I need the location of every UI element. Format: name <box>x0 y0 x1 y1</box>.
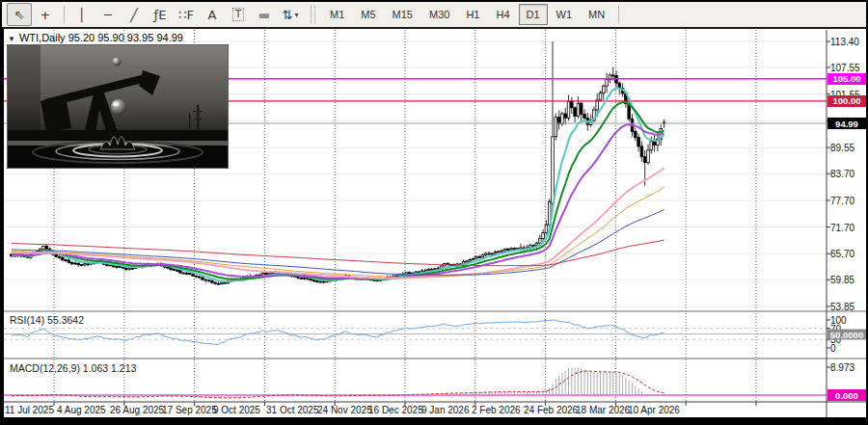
rsi-indicator-label: RSI(14) 55.3642 <box>10 314 84 326</box>
symbol-period-label: WTI,Daily <box>19 32 66 43</box>
macd-signal-line <box>12 371 665 398</box>
date-axis[interactable] <box>4 402 827 417</box>
ohlc-values: 95.20 95.90 93.95 94.99 <box>68 32 183 43</box>
pumpjack-artwork <box>8 45 228 168</box>
rsi-line <box>12 320 665 344</box>
collapse-arrow-icon[interactable]: ▼ <box>8 35 15 43</box>
chart-title: ▼WTI,Daily 95.20 95.90 93.95 94.99 <box>8 32 183 43</box>
rsi-pane <box>4 320 827 344</box>
macd-indicator-label: MACD(12,26,9) 1.063 1.213 <box>10 362 136 374</box>
price-axis[interactable] <box>827 30 866 417</box>
oil-pumpjack-photo <box>8 45 228 168</box>
